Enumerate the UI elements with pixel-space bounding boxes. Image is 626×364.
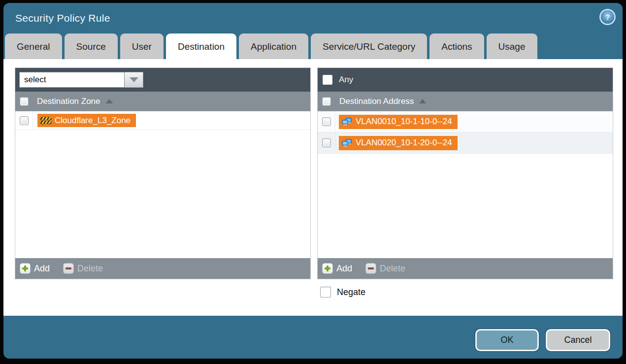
address-footer-bar: Add Delete [318, 258, 613, 279]
cancel-button[interactable]: Cancel [546, 329, 610, 351]
tab-service-url-category[interactable]: Service/URL Category [311, 33, 427, 59]
tab-application[interactable]: Application [239, 33, 308, 59]
screen: Security Policy Rule ? General Source Us… [0, 0, 626, 364]
zone-column-header-row: Destination Zone [15, 92, 310, 111]
zone-name: Cloudflare_L3_Zone [55, 116, 131, 126]
tab-user[interactable]: User [120, 33, 164, 59]
destination-zone-panel: select Destination Zone [15, 67, 311, 279]
address-add-button[interactable]: Add [322, 263, 352, 274]
zone-footer-bar: Add Delete [15, 258, 310, 279]
zone-column-header[interactable]: Destination Zone [37, 97, 100, 106]
any-checkbox[interactable] [323, 75, 332, 85]
sort-asc-icon [419, 99, 426, 103]
add-icon [20, 263, 31, 274]
any-label: Any [339, 75, 353, 85]
tab-source[interactable]: Source [65, 33, 118, 59]
zone-select-dropdown-button[interactable] [125, 72, 143, 88]
address-rows: VLAN0010_10-1-10-0--24 [318, 111, 613, 258]
ok-button[interactable]: OK [475, 329, 539, 351]
help-glyph: ? [605, 13, 610, 21]
address-row-checkbox[interactable] [322, 138, 331, 147]
negate-checkbox[interactable] [320, 287, 331, 298]
address-icon [342, 118, 352, 126]
address-row-checkbox[interactable] [322, 117, 331, 126]
address-icon [342, 139, 352, 147]
security-policy-rule-dialog: Security Policy Rule ? General Source Us… [3, 3, 623, 359]
delete-icon [63, 263, 74, 274]
address-any-bar: Any [318, 68, 613, 92]
address-select-all-checkbox[interactable] [322, 97, 331, 106]
sort-asc-icon [106, 99, 113, 103]
zone-row-checkbox[interactable] [20, 116, 29, 125]
zone-rows: Cloudflare_L3_Zone [15, 111, 310, 258]
delete-icon [365, 263, 376, 274]
address-delete-button[interactable]: Delete [365, 263, 405, 274]
help-icon[interactable]: ? [601, 10, 614, 24]
address-column-header-row: Destination Address [318, 92, 613, 111]
zone-select-input[interactable]: select [19, 72, 143, 88]
zone-add-button[interactable]: Add [20, 263, 50, 274]
tab-destination[interactable]: Destination [166, 33, 236, 59]
zone-select-value[interactable]: select [19, 72, 125, 88]
negate-label: Negate [337, 287, 365, 298]
tab-bar: General Source User Destination Applicat… [5, 33, 537, 59]
title-bar: Security Policy Rule ? [3, 3, 623, 33]
table-row[interactable]: VLAN0010_10-1-10-0--24 [318, 111, 613, 132]
dialog-title: Security Policy Rule [15, 12, 110, 24]
address-chip[interactable]: VLAN0020_10-1-20-0--24 [339, 136, 458, 150]
table-row[interactable]: VLAN0020_10-1-20-0--24 [318, 132, 613, 154]
content-area: select Destination Zone [3, 59, 623, 316]
zone-delete-button[interactable]: Delete [63, 263, 103, 274]
address-column-header[interactable]: Destination Address [339, 97, 414, 106]
zone-chip[interactable]: Cloudflare_L3_Zone [37, 114, 136, 127]
destination-address-panel: Any Destination Address [317, 67, 613, 279]
zone-toolbar: select [15, 68, 310, 92]
tab-actions[interactable]: Actions [429, 33, 484, 59]
negate-option: Negate [320, 287, 365, 298]
zone-select-all-checkbox[interactable] [20, 97, 29, 106]
chevron-down-icon [130, 77, 138, 82]
address-name: VLAN0010_10-1-10-0--24 [356, 117, 452, 127]
table-row[interactable]: Cloudflare_L3_Zone [15, 111, 310, 130]
address-name: VLAN0020_10-1-20-0--24 [356, 138, 452, 148]
zone-icon [40, 117, 51, 125]
address-chip[interactable]: VLAN0010_10-1-10-0--24 [339, 115, 458, 129]
tab-usage[interactable]: Usage [487, 33, 537, 59]
tab-general[interactable]: General [5, 33, 62, 59]
add-icon [322, 263, 333, 274]
